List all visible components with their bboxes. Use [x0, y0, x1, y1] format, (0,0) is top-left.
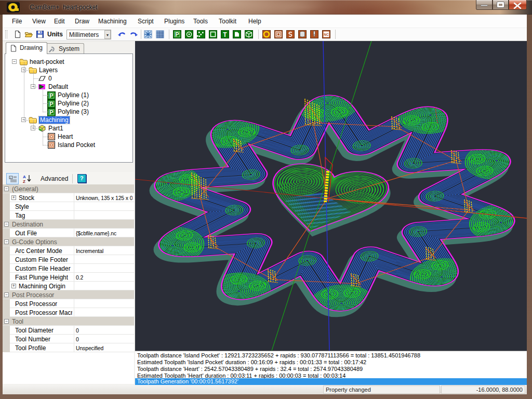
svg-text:NC: NC: [324, 33, 329, 36]
svg-text:Z: Z: [23, 179, 25, 183]
svg-text:P: P: [175, 31, 179, 37]
svg-text:P: P: [49, 109, 53, 115]
svg-text:A: A: [23, 175, 26, 179]
svg-text:P: P: [49, 92, 53, 99]
svg-text:+: +: [10, 176, 11, 179]
svg-text:T: T: [223, 31, 227, 38]
svg-text:P: P: [49, 101, 53, 107]
